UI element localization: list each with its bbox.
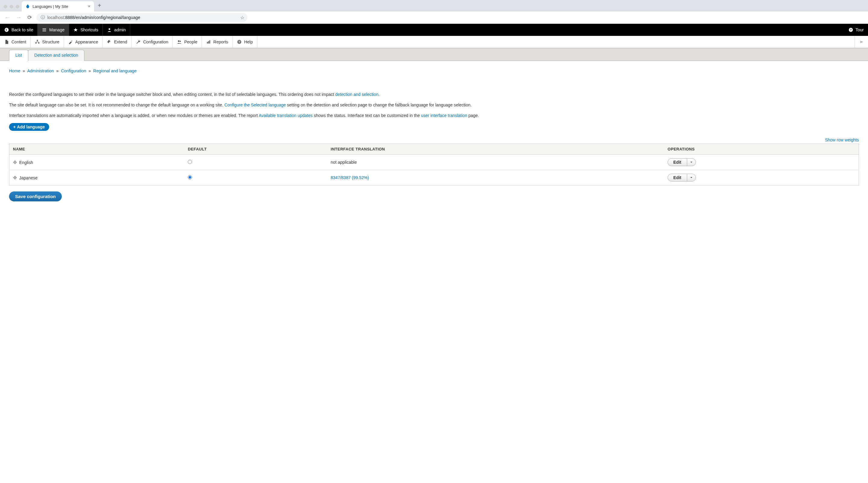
th-default: DEFAULT <box>184 144 327 155</box>
svg-rect-9 <box>207 42 208 43</box>
dropbutton-toggle[interactable] <box>687 159 695 166</box>
table-row: ✥ Japanese8347/8387 (99.52%)Edit <box>9 170 859 185</box>
nav-reload-icon[interactable]: ⟳ <box>26 14 33 21</box>
back-to-site-button[interactable]: Back to site <box>0 24 38 36</box>
reports-icon <box>206 39 211 44</box>
svg-rect-5 <box>35 42 36 43</box>
appearance-icon <box>68 39 73 44</box>
admin-menu-structure[interactable]: Structure <box>31 36 64 48</box>
th-interface: INTERFACE TRANSLATION <box>327 144 664 155</box>
th-name: NAME <box>9 144 184 155</box>
operations-dropbutton: Edit <box>668 158 695 166</box>
people-icon <box>177 39 182 44</box>
languages-table: NAME DEFAULT INTERFACE TRANSLATION OPERA… <box>9 144 859 185</box>
admin-menu-appearance[interactable]: Appearance <box>64 36 103 48</box>
default-language-radio[interactable] <box>188 160 192 164</box>
address-bar[interactable]: ⓘ localhost:8888/en/admin/config/regiona… <box>36 13 247 22</box>
tour-label: Tour <box>856 27 864 32</box>
admin-menu-people[interactable]: People <box>173 36 202 48</box>
drupal-favicon-icon <box>25 4 30 9</box>
star-icon <box>73 27 78 32</box>
wrench-icon <box>136 39 141 44</box>
link-configure-selected[interactable]: Configure the Selected language <box>224 102 286 107</box>
drupal-toolbar: Back to site Manage Shortcuts admin ? To… <box>0 24 868 36</box>
svg-text:?: ? <box>850 28 852 31</box>
svg-rect-6 <box>38 42 39 43</box>
admin-menu-reports[interactable]: Reports <box>202 36 233 48</box>
breadcrumb-regional[interactable]: Regional and language <box>93 68 136 73</box>
description-block: Reorder the configured languages to set … <box>9 91 859 119</box>
traffic-light-close[interactable] <box>4 5 7 8</box>
tab-detection[interactable]: Detection and selection <box>28 50 85 61</box>
operations-dropbutton: Edit <box>668 174 695 181</box>
tab-list[interactable]: List <box>9 50 28 61</box>
url-text: localhost:8888/en/admin/config/regional/… <box>47 15 140 20</box>
back-arrow-icon <box>4 27 9 32</box>
chevron-down-icon <box>690 161 692 163</box>
shortcuts-button[interactable]: Shortcuts <box>69 24 103 36</box>
site-info-icon[interactable]: ⓘ <box>41 15 45 20</box>
hamburger-icon <box>42 27 47 32</box>
svg-point-1 <box>108 28 110 30</box>
traffic-light-zoom[interactable] <box>16 5 19 8</box>
chevron-down-icon <box>690 176 692 179</box>
collapse-icon <box>859 39 864 44</box>
language-name: Japanese <box>19 176 38 180</box>
link-detection-selection[interactable]: detection and selection <box>335 92 378 97</box>
link-ui-translation[interactable]: user interface translation <box>421 113 467 118</box>
new-tab-button[interactable]: + <box>98 2 101 9</box>
admin-menu-collapse[interactable] <box>855 36 868 48</box>
svg-rect-4 <box>37 40 38 41</box>
close-tab-icon[interactable]: × <box>88 4 90 9</box>
admin-menu-configuration[interactable]: Configuration <box>132 36 173 48</box>
bookmark-star-icon[interactable]: ☆ <box>240 15 244 21</box>
manage-label: Manage <box>49 27 64 32</box>
th-operations: OPERATIONS <box>664 144 859 155</box>
svg-point-0 <box>4 28 8 32</box>
svg-point-7 <box>178 40 180 41</box>
edit-button[interactable]: Edit <box>668 174 687 181</box>
browser-tab[interactable]: Languages | My Site × <box>22 1 94 11</box>
svg-rect-10 <box>208 41 209 43</box>
dropbutton-toggle[interactable] <box>687 174 695 181</box>
page-content: Home » Administration » Configuration » … <box>0 61 868 210</box>
user-button[interactable]: admin <box>103 24 130 36</box>
admin-menu-extend[interactable]: Extend <box>102 36 132 48</box>
shortcuts-label: Shortcuts <box>81 27 98 32</box>
breadcrumb-home[interactable]: Home <box>9 68 20 73</box>
extend-icon <box>107 39 112 44</box>
drag-handle-icon[interactable]: ✥ <box>13 175 17 180</box>
content-icon <box>4 39 9 44</box>
window-controls <box>4 5 19 8</box>
structure-icon <box>35 39 40 44</box>
admin-menu-help[interactable]: ? Help <box>233 36 257 48</box>
browser-chrome: Languages | My Site × + ← → ⟳ ⓘ localhos… <box>0 0 868 24</box>
admin-menu: Content Structure Appearance Extend Conf… <box>0 36 868 48</box>
add-language-button[interactable]: +Add language <box>9 123 49 131</box>
nav-back-icon[interactable]: ← <box>3 14 11 21</box>
nav-forward-icon: → <box>14 14 23 21</box>
svg-rect-11 <box>210 40 210 43</box>
local-tabs: List Detection and selection <box>0 48 868 61</box>
table-row: ✥ Englishnot applicableEdit <box>9 155 859 170</box>
default-language-radio[interactable] <box>188 175 192 179</box>
tour-button[interactable]: ? Tour <box>844 24 868 36</box>
edit-button[interactable]: Edit <box>668 159 687 166</box>
manage-button[interactable]: Manage <box>38 24 69 36</box>
interface-translation-link[interactable]: 8347/8387 (99.52%) <box>331 175 369 180</box>
drag-handle-icon[interactable]: ✥ <box>13 160 17 165</box>
tab-title: Languages | My Site <box>33 4 86 9</box>
back-to-site-label: Back to site <box>11 27 33 32</box>
admin-menu-content[interactable]: Content <box>0 36 31 48</box>
show-row-weights-link[interactable]: Show row weights <box>825 138 859 142</box>
breadcrumb-configuration[interactable]: Configuration <box>61 68 86 73</box>
svg-point-8 <box>180 41 181 42</box>
user-icon <box>107 27 112 32</box>
user-label: admin <box>114 27 126 32</box>
link-translation-updates[interactable]: Available translation updates <box>259 113 313 118</box>
help-circle-icon: ? <box>237 39 242 44</box>
breadcrumb-administration[interactable]: Administration <box>27 68 54 73</box>
help-icon: ? <box>848 27 853 32</box>
traffic-light-minimize[interactable] <box>10 5 13 8</box>
save-configuration-button[interactable]: Save configuration <box>9 191 62 202</box>
